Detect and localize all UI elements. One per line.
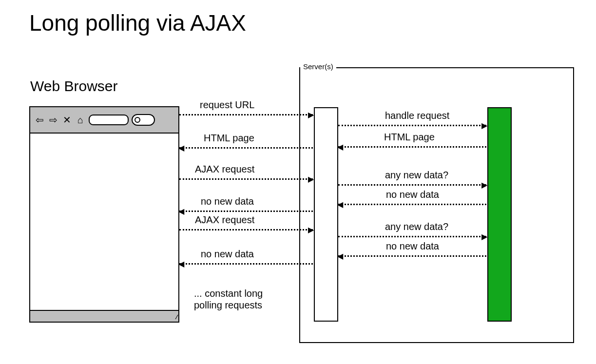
arrow-label: AJAX request: [195, 214, 254, 226]
arrowhead-left-icon: ◀: [178, 208, 184, 215]
arrowhead-right-icon: ▶: [308, 175, 314, 183]
arrow-label: any new data?: [385, 221, 448, 232]
browser-toolbar: ⇦ ⇨ ✕ ⌂: [30, 107, 178, 134]
arrowhead-right-icon: ▶: [481, 233, 487, 241]
servers-group-legend: Server(s): [300, 62, 336, 71]
arrow-request-url: ▶: [179, 114, 313, 115]
arrow-ajax-request-2: ▶: [179, 229, 313, 230]
web-server-lifeline: [314, 107, 338, 322]
arrow-label: handle request: [385, 110, 449, 121]
arrowhead-left-icon: ◀: [178, 144, 184, 152]
address-bar: [89, 115, 129, 125]
back-icon: ⇦: [34, 115, 45, 125]
arrow-label: no new data: [386, 241, 439, 252]
arrow-html-page-left: ◀: [179, 147, 313, 149]
diagram-title: Long polling via AJAX: [29, 10, 246, 36]
arrow-any-new-data-1: ▶: [338, 184, 486, 186]
arrowhead-right-icon: ▶: [308, 111, 314, 119]
arrowhead-right-icon: ▶: [308, 226, 314, 234]
stop-icon: ✕: [61, 115, 72, 125]
arrow-label: HTML page: [204, 133, 254, 144]
arrow-label: HTML page: [384, 132, 435, 143]
arrow-label: request URL: [200, 99, 254, 111]
wsgi-server-lifeline: [487, 107, 512, 322]
arrowhead-left-icon: ◀: [337, 201, 343, 209]
forward-icon: ⇨: [48, 115, 58, 125]
arrowhead-left-icon: ◀: [337, 143, 343, 151]
home-icon: ⌂: [75, 115, 86, 125]
search-box: [132, 114, 155, 126]
browser-statusbar: ⁄⁄: [30, 310, 178, 322]
arrow-no-new-data-2: ◀: [179, 263, 313, 265]
arrow-label: AJAX request: [195, 164, 254, 175]
arrow-no-new-data-r1: ◀: [338, 204, 486, 205]
arrow-any-new-data-2: ▶: [338, 236, 486, 237]
arrow-label: no new data: [201, 249, 254, 260]
arrowhead-left-icon: ◀: [178, 260, 184, 268]
arrow-label: no new data: [201, 196, 254, 207]
browser-window: ⇦ ⇨ ✕ ⌂ ⁄⁄: [29, 106, 179, 323]
arrow-handle-request: ▶: [338, 125, 486, 126]
arrow-no-new-data-r2: ◀: [338, 255, 486, 257]
web-browser-label: Web Browser: [30, 78, 118, 95]
arrow-ajax-request-1: ▶: [179, 178, 313, 180]
footer-note: ... constant long polling requests: [194, 287, 263, 311]
arrow-label: any new data?: [385, 170, 448, 181]
arrowhead-right-icon: ▶: [481, 181, 487, 189]
arrowhead-right-icon: ▶: [481, 122, 487, 130]
arrowhead-left-icon: ◀: [337, 252, 343, 260]
arrow-html-page-right: ◀: [338, 146, 486, 148]
arrow-label: no new data: [386, 189, 439, 200]
arrow-no-new-data-1: ◀: [179, 211, 313, 212]
